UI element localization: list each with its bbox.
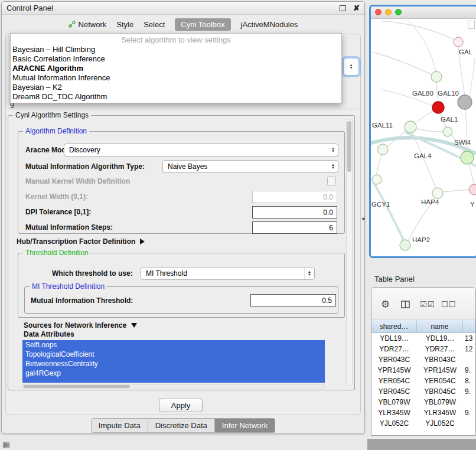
network-edge[interactable] [382,21,454,40]
table-cell: YBR045C [371,386,417,397]
tab-select[interactable]: Select [144,20,165,29]
network-node[interactable] [454,37,463,47]
close-window-icon[interactable]: ✘ [353,4,360,12]
tab-network[interactable]: Network [69,20,107,29]
deselect-all-icon[interactable]: ☐☐ [441,300,456,309]
network-node[interactable] [432,188,443,198]
network-node-label: GAL10 [438,90,459,97]
table-cell: YBR045C [417,386,463,397]
table-row[interactable]: YDL19…YDL19…13 [371,333,475,344]
dpi-tolerance-field[interactable]: 0.0 [252,206,337,219]
tab-jactivemnodules[interactable]: jActiveMNodules [241,20,298,29]
zoom-traffic-light-icon[interactable] [395,9,402,15]
network-edge[interactable] [443,190,470,192]
network-node[interactable] [458,95,472,109]
which-threshold-value: MI Threshold [141,269,187,278]
network-edge[interactable] [469,164,474,185]
column-header[interactable] [463,320,475,332]
algorithm-option[interactable]: Mutual Information Inference [11,73,341,83]
algorithm-combo-spinner[interactable]: ▲▼ [343,58,359,76]
network-edge[interactable] [373,182,405,243]
network-node[interactable] [372,175,382,184]
network-node[interactable] [443,127,452,136]
network-node[interactable] [377,144,388,155]
column-header[interactable]: shared… [371,320,417,332]
network-graph[interactable]: GALGAL80GAL10GAL11GAL1SWI4GAL4GCY1HAP4YH… [371,19,476,257]
column-header[interactable]: name [417,320,463,332]
float-window-icon[interactable] [340,5,346,11]
algorithm-option[interactable]: ARACNE Algorithm [11,64,341,73]
spinner-arrows-icon: ▲▼ [350,64,353,70]
table-row[interactable]: YBL079WYBL079W [371,397,475,407]
network-node-label: GAL11 [372,122,393,129]
mi-threshold-field[interactable]: 0.5 [250,294,336,306]
table-cell: 9. [463,365,475,376]
select-all-icon[interactable]: ☑☑ [420,300,435,309]
algorithm-dropdown-list: Bayesian – Hill ClimbingBasic Correlatio… [11,45,341,102]
table-row[interactable]: YBR043CYBR043C [371,354,475,365]
table-cell: 8. [463,376,475,386]
hub-section-header[interactable]: Hub/Transcription Factor Definition [17,237,145,246]
mi-algorithm-type-select[interactable]: Naive Bayes ▲▼ [162,160,338,173]
scrollbar-thumb[interactable] [24,385,130,388]
tab-infer-network[interactable]: Infer Network [215,418,275,433]
tab-discretize-data[interactable]: Discretize Data [148,418,215,433]
settings-group-title: Cyni Algorithm Settings [13,111,91,119]
table-row[interactable]: YPR145WYPR145W9. [371,365,475,376]
attribute-item[interactable]: SelfLoops [22,340,325,350]
tab-impute-data[interactable]: Impute Data [91,418,148,433]
table-row[interactable]: YBR045CYBR045C9. [371,386,475,397]
splitter-collapse-icon[interactable]: ◂ [361,215,364,221]
attribute-list-scrollbar[interactable] [22,384,325,389]
control-panel-window: Control Panel ✘ Network Style Select Cyn… [1,1,365,434]
algorithm-option[interactable]: Bayesian – K2 [11,83,341,92]
algorithm-option[interactable]: Dream8 DC_TDC Algorithm [11,92,341,102]
network-tab-icon [69,21,76,28]
network-edge[interactable] [377,155,382,175]
close-traffic-light-icon[interactable] [375,9,382,15]
network-scrollbar-stub[interactable] [468,21,475,29]
table-row[interactable]: YJL052CYJL052C [371,418,475,429]
network-node[interactable] [431,71,442,82]
network-node[interactable] [469,184,476,195]
columns-icon[interactable] [401,301,410,308]
table-cell: YLR345W [417,407,463,418]
table-row[interactable]: YLR345WYLR345W9. [371,407,475,418]
gear-icon[interactable]: ⚙ [381,298,390,311]
which-threshold-select[interactable]: MI Threshold ▲▼ [141,267,315,280]
apply-button[interactable]: Apply [159,399,203,412]
network-edge[interactable] [416,129,443,132]
attribute-item[interactable]: gal4RGexp [22,369,325,378]
network-node[interactable] [400,240,410,250]
aracne-mode-select[interactable]: Discovery ▲▼ [64,144,338,156]
scrollbar-thumb[interactable] [347,121,351,172]
kernel-width-field[interactable]: 0.0 [252,191,337,203]
network-window-titlebar[interactable] [371,6,476,19]
algorithm-option[interactable]: Bayesian – Hill Climbing [11,45,341,54]
network-node[interactable] [432,102,444,113]
algorithm-option[interactable]: Basic Correlation Inference [11,54,341,64]
network-edge[interactable] [372,52,432,74]
settings-scrollbar[interactable] [346,119,353,386]
bottom-tabbar: Impute Data Discretize Data Infer Networ… [2,418,364,433]
attribute-item[interactable]: BetweennessCentrality [22,359,325,369]
minimize-traffic-light-icon[interactable] [385,9,392,15]
panel-grid-icon[interactable]: ▦ [2,439,10,449]
table-row[interactable]: YER054CYER054C8. [371,376,475,386]
sources-section-header[interactable]: Sources for Network Inference [24,321,137,330]
network-node[interactable] [461,151,474,164]
network-edge[interactable] [470,58,475,96]
table-cell: YDR27… [371,344,417,354]
manual-kernel-checkbox[interactable] [327,177,336,185]
threshold-definition-group: Threshold Definition Which threshold to … [18,253,345,318]
table-row[interactable]: YDR27…YDR27…12 [371,344,475,354]
mi-steps-field[interactable]: 6 [252,221,337,234]
table-cell: 9. [463,407,475,418]
network-edge[interactable] [416,111,433,123]
network-node-label: GAL80 [412,90,433,97]
network-node[interactable] [405,121,416,133]
tab-style[interactable]: Style [116,20,133,29]
control-panel-titlebar[interactable]: Control Panel ✘ [2,2,364,15]
tab-cyni-toolbox[interactable]: Cyni Toolbox [175,18,230,31]
attribute-item[interactable]: TopologicalCoefficient [22,350,325,359]
